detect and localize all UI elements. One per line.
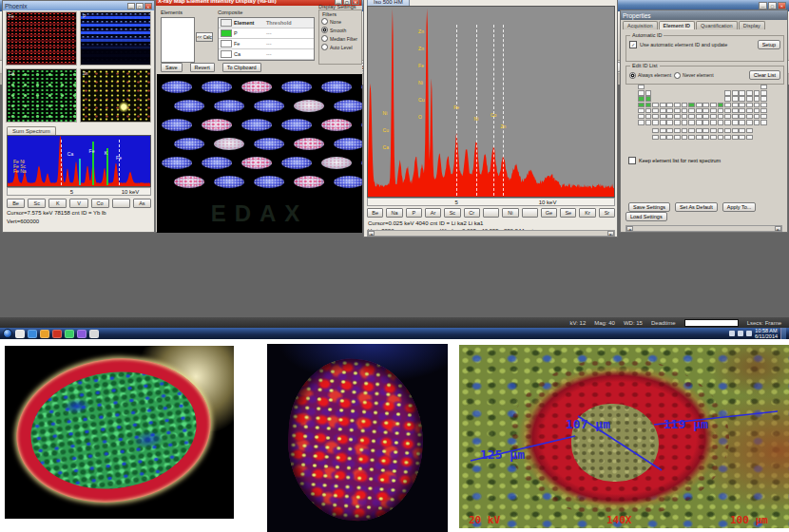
calc-button[interactable]: << Calc — [196, 32, 213, 42]
tray-icon[interactable] — [746, 331, 752, 336]
minimize-button[interactable]: — — [759, 2, 767, 10]
periodic-cell-f[interactable] — [682, 128, 688, 133]
periodic-cell[interactable] — [739, 120, 745, 124]
tray-icon[interactable] — [738, 331, 743, 336]
periodic-cell[interactable] — [674, 108, 681, 113]
periodic-cell[interactable] — [696, 120, 702, 124]
periodic-cell[interactable] — [760, 103, 767, 107]
periodic-cell[interactable] — [754, 108, 760, 113]
periodic-cell[interactable] — [638, 90, 645, 95]
periodic-cell-f[interactable] — [718, 128, 724, 133]
setup-button[interactable]: Setup — [758, 40, 780, 49]
periodic-cell-f[interactable] — [710, 128, 717, 133]
periodic-cell[interactable] — [645, 120, 652, 124]
periodic-cell-f[interactable] — [682, 135, 688, 140]
sum-spectrum-tab[interactable]: Sum Spectrum — [7, 126, 56, 135]
element-button-cr[interactable]: Cr — [464, 208, 480, 218]
periodic-cell-f[interactable] — [746, 135, 753, 140]
periodic-cell[interactable] — [718, 114, 724, 119]
periodic-cell[interactable] — [666, 108, 673, 113]
spectrum-hscrollbar[interactable]: ◂▸ — [367, 230, 615, 237]
periodic-cell[interactable] — [688, 120, 695, 124]
periodic-cell[interactable] — [652, 108, 659, 113]
periodic-cell-f[interactable] — [688, 128, 695, 133]
element-button-se[interactable]: Se — [560, 208, 576, 218]
periodic-cell[interactable] — [732, 90, 739, 95]
taskbar-app-5[interactable] — [65, 330, 74, 338]
color-swatch[interactable] — [221, 50, 232, 58]
periodic-cell[interactable] — [666, 114, 673, 119]
dialog-button-save[interactable]: Save — [161, 63, 183, 72]
element-map-p[interactable]: P — [80, 11, 151, 66]
periodic-cell[interactable] — [732, 114, 739, 119]
properties-button-save-settings[interactable]: Save Settings — [628, 202, 670, 212]
composite-table[interactable]: ElementThresholdP---Fe---Ca--- — [218, 17, 315, 61]
periodic-cell[interactable] — [760, 96, 767, 101]
periodic-cell[interactable] — [760, 114, 767, 119]
element-button-be[interactable]: Be — [367, 208, 383, 218]
periodic-cell[interactable] — [739, 103, 745, 107]
periodic-cell[interactable] — [702, 114, 709, 119]
periodic-cell[interactable] — [754, 90, 760, 95]
filter-option-auto-level[interactable]: Auto Level — [321, 44, 361, 50]
properties-tab-display[interactable]: Display — [739, 21, 765, 29]
periodic-cell[interactable] — [710, 114, 717, 119]
periodic-cell[interactable] — [760, 85, 767, 89]
dialog-button-revert[interactable]: Revert — [190, 63, 215, 72]
radio-always-element[interactable]: Always element — [629, 72, 671, 79]
periodic-cell[interactable] — [754, 114, 760, 119]
scroll-left-arrow[interactable]: ◂ — [368, 231, 375, 236]
element-button-ar[interactable]: Ar — [425, 208, 441, 218]
periodic-table[interactable] — [638, 85, 771, 147]
composite-row-ca[interactable]: Ca--- — [219, 49, 314, 60]
periodic-cell[interactable] — [674, 120, 681, 124]
filter-option-smooth[interactable]: Smooth — [321, 27, 361, 33]
periodic-cell[interactable] — [638, 120, 645, 124]
periodic-cell[interactable] — [724, 96, 731, 101]
periodic-cell[interactable] — [638, 108, 645, 113]
periodic-cell[interactable] — [696, 108, 702, 113]
periodic-cell[interactable] — [638, 103, 645, 107]
periodic-cell[interactable] — [696, 114, 702, 119]
properties-button-set-as-default[interactable]: Set As Default — [675, 202, 718, 212]
periodic-cell-f[interactable] — [688, 135, 695, 140]
periodic-cell[interactable] — [660, 103, 666, 107]
periodic-cell[interactable] — [754, 120, 760, 124]
periodic-cell[interactable] — [696, 103, 702, 107]
periodic-cell[interactable] — [652, 120, 659, 124]
properties-hscrollbar[interactable]: ◂▸ — [625, 225, 782, 232]
properties-tab-quantification[interactable]: Quantification — [696, 21, 738, 29]
periodic-cell[interactable] — [754, 103, 760, 107]
taskbar-app-1[interactable] — [15, 330, 25, 338]
composite-row-fe[interactable]: Fe--- — [219, 39, 314, 49]
periodic-cell[interactable] — [660, 120, 666, 124]
taskbar-app-4[interactable] — [52, 330, 62, 338]
element-map-zn[interactable]: Zn — [80, 68, 151, 123]
periodic-cell[interactable] — [732, 108, 739, 113]
taskbar-app-7[interactable] — [89, 330, 99, 338]
periodic-cell[interactable] — [688, 108, 695, 113]
periodic-cell[interactable] — [746, 114, 753, 119]
element-button-kr[interactable]: Kr — [579, 208, 595, 218]
element-button-ge[interactable]: Ge — [541, 208, 557, 218]
periodic-cell-f[interactable] — [674, 135, 681, 140]
taskbar-app-3[interactable] — [40, 330, 49, 338]
periodic-cell[interactable] — [718, 120, 724, 124]
element-button-sc[interactable]: Sc — [444, 208, 460, 218]
periodic-cell[interactable] — [660, 108, 666, 113]
element-button-as[interactable]: As — [133, 199, 151, 208]
scroll-left-arrow[interactable]: ◂ — [626, 226, 633, 231]
periodic-cell-f[interactable] — [724, 135, 731, 140]
periodic-cell[interactable] — [652, 103, 659, 107]
scroll-right-arrow[interactable]: ▸ — [775, 226, 781, 231]
periodic-cell[interactable] — [638, 85, 645, 89]
periodic-cell[interactable] — [702, 120, 709, 124]
element-map-ca[interactable]: Ca — [6, 68, 77, 123]
taskbar-clock[interactable]: 10:58 AM6/11/2014 — [755, 328, 778, 339]
periodic-cell-f[interactable] — [666, 128, 673, 133]
periodic-cell[interactable] — [724, 103, 731, 107]
periodic-cell[interactable] — [638, 114, 645, 119]
periodic-cell[interactable] — [710, 108, 717, 113]
scroll-right-arrow[interactable]: ▸ — [607, 231, 614, 236]
radio-never-element[interactable]: Never element — [674, 72, 714, 79]
